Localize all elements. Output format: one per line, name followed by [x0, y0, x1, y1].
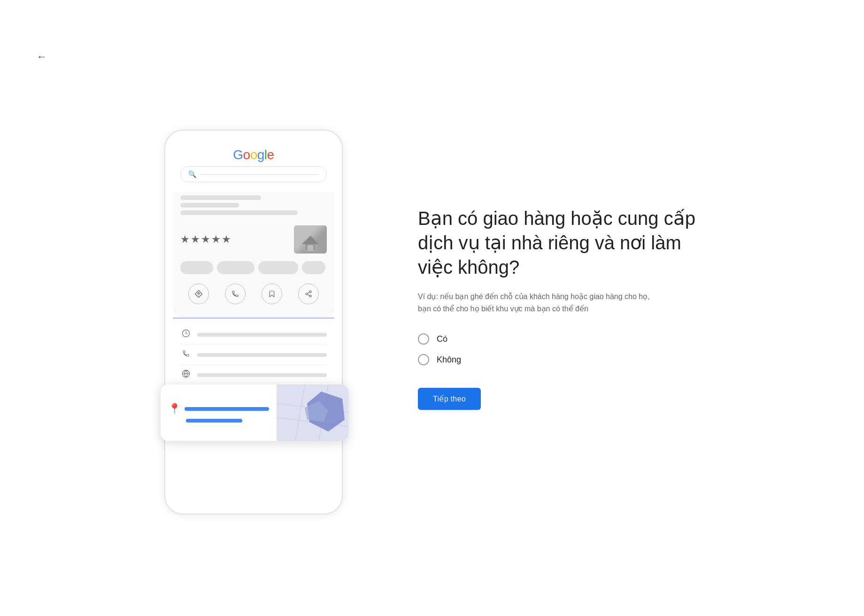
google-o1: o	[243, 147, 250, 162]
phone-shell: Google 🔍	[164, 130, 343, 515]
pill-1	[180, 261, 213, 274]
svg-line-8	[308, 294, 310, 296]
map-line-row-1: 📍	[168, 403, 269, 415]
house-icon	[301, 235, 320, 252]
phone-icon	[225, 284, 246, 304]
page-container: ← Google 🔍	[0, 0, 864, 616]
map-pin-icon: 📍	[168, 403, 181, 415]
clock-icon	[180, 329, 192, 340]
phone-info-icon	[180, 350, 192, 360]
svg-marker-2	[302, 236, 319, 244]
svg-line-9	[308, 292, 310, 293]
radio-option-khong[interactable]: Không	[418, 354, 700, 365]
right-panel: Bạn có giao hàng hoặc cung cấp dịch vụ t…	[418, 206, 700, 410]
back-button[interactable]: ←	[33, 47, 51, 67]
content-lines	[173, 192, 334, 222]
place-image	[294, 225, 327, 254]
map-line-blue-1	[185, 407, 269, 411]
info-row-web	[180, 365, 327, 385]
pill-3	[258, 261, 298, 274]
svg-point-7	[309, 295, 311, 297]
info-row-phone	[180, 345, 327, 365]
map-line-row-2	[168, 419, 269, 423]
pill-2	[217, 261, 255, 274]
share-icon	[298, 284, 319, 304]
web-line	[197, 373, 327, 377]
radio-label-khong: Không	[437, 355, 461, 365]
gray-line-2	[180, 203, 239, 208]
line-block-1	[180, 195, 327, 200]
map-card-left: 📍	[161, 395, 277, 430]
map-svg	[277, 385, 348, 441]
svg-point-6	[306, 293, 308, 295]
search-icon: 🔍	[188, 170, 196, 178]
phone-info-section	[173, 317, 334, 391]
search-bar: 🔍	[180, 166, 327, 182]
line-block-3	[180, 210, 327, 215]
radio-options: Có Không	[418, 333, 700, 365]
tag-pills	[173, 257, 334, 278]
radio-option-co[interactable]: Có	[418, 333, 700, 345]
google-e: e	[267, 147, 274, 162]
radio-label-co: Có	[437, 334, 447, 344]
svg-point-5	[309, 291, 311, 293]
map-line-blue-2	[186, 419, 242, 423]
globe-icon	[180, 370, 192, 380]
phone-inner: Google 🔍	[173, 140, 334, 317]
question-subtitle: Ví dụ: nếu bạn ghé đến chỗ của khách hàn…	[418, 291, 662, 315]
gray-line-1	[180, 195, 261, 200]
phone-illustration: Google 🔍	[164, 130, 362, 515]
question-title: Bạn có giao hàng hoặc cung cấp dịch vụ t…	[418, 206, 700, 279]
svg-rect-1	[308, 245, 313, 251]
radio-circle-co[interactable]	[418, 333, 429, 345]
content-wrapper: Google 🔍	[0, 101, 864, 515]
phone-line	[197, 353, 327, 357]
google-g: G	[233, 147, 243, 162]
bookmark-icon	[262, 284, 282, 304]
radio-circle-khong[interactable]	[418, 354, 429, 365]
place-image-inner	[294, 225, 327, 254]
phone-header: Google 🔍	[173, 140, 334, 192]
gray-line-3	[180, 210, 298, 215]
pill-4	[302, 261, 325, 274]
map-card: 📍	[161, 385, 348, 441]
stars-row: ★★★★★	[173, 222, 334, 257]
google-o2: o	[250, 147, 257, 162]
next-button[interactable]: Tiếp theo	[418, 388, 481, 410]
map-card-right	[277, 385, 348, 441]
hours-line	[197, 333, 327, 337]
line-block-2	[180, 203, 327, 208]
google-logo: Google	[180, 147, 327, 162]
stars: ★★★★★	[180, 233, 232, 246]
back-arrow-icon: ←	[37, 51, 47, 63]
google-g2: g	[257, 147, 264, 162]
directions-icon	[188, 284, 209, 304]
action-icons-row	[173, 278, 334, 308]
info-row-hours	[180, 324, 327, 345]
search-bar-line	[200, 174, 319, 175]
